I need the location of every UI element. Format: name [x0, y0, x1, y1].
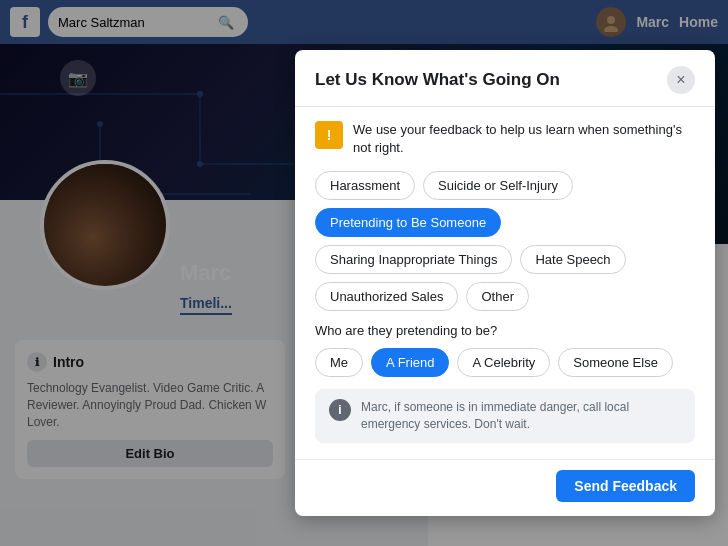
report-tag-pretending-to-be-someone[interactable]: Pretending to Be Someone [315, 208, 501, 237]
sub-tag-a-celebrity[interactable]: A Celebrity [457, 348, 550, 377]
report-modal: Let Us Know What's Going On × ! We use y… [295, 50, 715, 516]
modal-footer: Send Feedback [295, 459, 715, 516]
modal-close-button[interactable]: × [667, 66, 695, 94]
emergency-info-box: i Marc, if someone is in immediate dange… [315, 389, 695, 443]
report-tag-other[interactable]: Other [466, 282, 529, 311]
report-tag-hate-speech[interactable]: Hate Speech [520, 245, 625, 274]
report-tag-unauthorized-sales[interactable]: Unauthorized Sales [315, 282, 458, 311]
sub-tag-me[interactable]: Me [315, 348, 363, 377]
info-circle-icon: i [329, 399, 351, 421]
modal-header: Let Us Know What's Going On × [295, 50, 715, 107]
modal-body: ! We use your feedback to help us learn … [295, 107, 715, 459]
send-feedback-button[interactable]: Send Feedback [556, 470, 695, 502]
sub-tag-a-friend[interactable]: A Friend [371, 348, 449, 377]
modal-title: Let Us Know What's Going On [315, 70, 560, 90]
report-tags-row: HarassmentSuicide or Self-InjuryPretendi… [315, 171, 695, 311]
modal-info-row: ! We use your feedback to help us learn … [315, 121, 695, 157]
modal-info-text: We use your feedback to help us learn wh… [353, 121, 695, 157]
sub-tag-someone-else[interactable]: Someone Else [558, 348, 673, 377]
report-tag-harassment[interactable]: Harassment [315, 171, 415, 200]
emergency-info-text: Marc, if someone is in immediate danger,… [361, 399, 681, 433]
warning-icon: ! [315, 121, 343, 149]
sub-tags-row: MeA FriendA CelebritySomeone Else [315, 348, 695, 377]
report-tag-sharing-inappropriate-things[interactable]: Sharing Inappropriate Things [315, 245, 512, 274]
report-tag-suicide-or-self-injury[interactable]: Suicide or Self-Injury [423, 171, 573, 200]
sub-question-label: Who are they pretending to be? [315, 323, 695, 338]
